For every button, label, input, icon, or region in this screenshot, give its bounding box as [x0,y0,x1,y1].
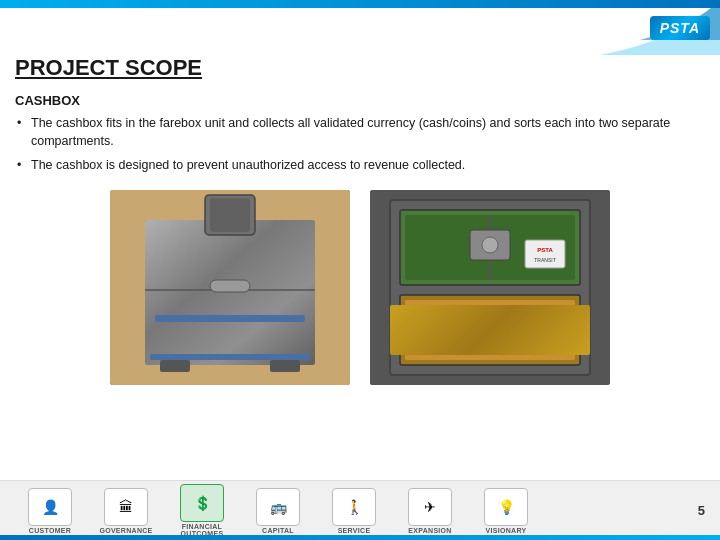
nav-item-governance[interactable]: 🏛 GOVERNANCE [91,488,161,534]
nav-item-customer[interactable]: 👤 CUSTOMER [15,488,85,534]
svg-point-21 [489,321,511,343]
logo-area: PSTA [630,8,710,48]
bullet-item-1: The cashbox fits in the farebox unit and… [15,114,705,150]
nav-label-expansion: EXPANSION [408,527,451,534]
svg-rect-7 [155,315,305,322]
bottom-decoration-bar [0,535,720,540]
page-title: PROJECT SCOPE [15,55,705,81]
cashbox-interior-visual: PSTA TRANSIT [370,190,610,385]
nav-icon-box-expansion: ✈ [408,488,452,526]
nav-label-customer: CUSTOMER [29,527,71,534]
svg-rect-5 [160,360,190,372]
cashbox-interior-image: PSTA TRANSIT [370,190,610,385]
svg-rect-6 [270,360,300,372]
top-decoration-bar [0,0,720,8]
svg-rect-4 [210,198,250,232]
bullet-item-2: The cashbox is designed to prevent unaut… [15,156,705,174]
psta-logo: PSTA [650,16,710,40]
bullet-list: The cashbox fits in the farebox unit and… [15,114,705,174]
section-heading: CASHBOX [15,93,705,108]
nav-label-capital: CAPITAL [262,527,294,534]
nav-label-visionary: VISIONARY [486,527,527,534]
visionary-icon: 💡 [498,500,515,514]
nav-item-visionary[interactable]: 💡 VISIONARY [471,488,541,534]
nav-item-expansion[interactable]: ✈ EXPANSION [395,488,465,534]
nav-label-service: SERVICE [338,527,371,534]
nav-icons-container: 👤 CUSTOMER 🏛 GOVERNANCE 💲 FINANCIAL OUTC… [15,484,698,537]
page-number: 5 [698,503,705,518]
bottom-nav-bar: 👤 CUSTOMER 🏛 GOVERNANCE 💲 FINANCIAL OUTC… [0,480,720,540]
svg-point-16 [482,237,498,253]
nav-icon-box-capital: 🚌 [256,488,300,526]
svg-point-19 [428,318,452,342]
svg-rect-22 [525,240,565,268]
nav-icon-box-service: 🚶 [332,488,376,526]
nav-item-service[interactable]: 🚶 SERVICE [319,488,389,534]
svg-text:TRANSIT: TRANSIT [534,257,555,263]
nav-icon-box-customer: 👤 [28,488,72,526]
svg-text:PSTA: PSTA [537,247,553,253]
svg-point-20 [460,315,480,335]
nav-label-governance: GOVERNANCE [99,527,152,534]
images-row: PSTA TRANSIT [15,190,705,385]
nav-icon-box-governance: 🏛 [104,488,148,526]
cashbox-exterior-visual [110,190,350,385]
main-content: PROJECT SCOPE CASHBOX The cashbox fits i… [15,55,705,475]
cashbox-exterior-image [110,190,350,385]
svg-rect-17 [400,295,580,365]
capital-icon: 🚌 [270,500,287,514]
expansion-icon: ✈ [424,500,436,514]
governance-icon: 🏛 [119,500,133,514]
svg-rect-9 [210,280,250,292]
financial-icon: 💲 [194,496,211,510]
nav-icon-box-visionary: 💡 [484,488,528,526]
svg-rect-18 [405,300,575,360]
service-icon: 🚶 [346,500,363,514]
nav-icon-box-financial: 💲 [180,484,224,522]
nav-item-capital[interactable]: 🚌 CAPITAL [243,488,313,534]
customer-icon: 👤 [42,500,59,514]
nav-item-financial[interactable]: 💲 FINANCIAL OUTCOMES [167,484,237,537]
